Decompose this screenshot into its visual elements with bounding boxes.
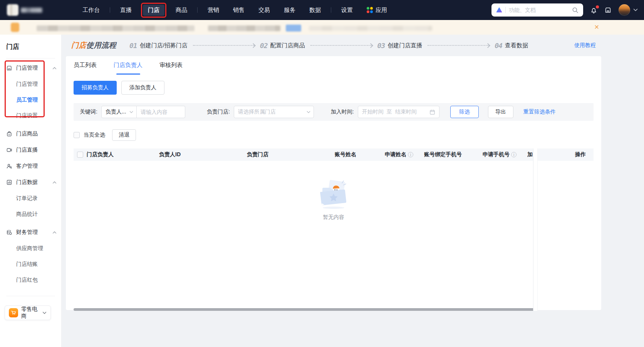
tab-employee-list[interactable]: 员工列表 <box>74 62 97 75</box>
column-header-owner-id: 负责人ID <box>159 151 247 158</box>
sidebar-item-store-management[interactable]: 门店管理 <box>0 76 61 92</box>
usage-flow-title: 门店使用流程 <box>71 40 116 50</box>
nav-divider <box>197 7 198 13</box>
select-all-page-checkbox[interactable] <box>74 132 80 138</box>
storefront-icon <box>604 7 612 14</box>
sidebar-item-customer-management[interactable]: 客户管理 <box>0 158 61 174</box>
sidebar-item-store-redpacket[interactable]: 门店红包 <box>0 272 61 288</box>
retail-ecommerce-icon <box>9 308 18 317</box>
filter-button[interactable]: 筛选 <box>450 106 479 118</box>
notifications-button[interactable] <box>590 7 597 14</box>
info-icon[interactable]: i <box>408 152 413 157</box>
calendar-icon <box>429 109 435 115</box>
sidebar-group-store-data[interactable]: 门店数据 <box>0 174 61 190</box>
flow-step-number: 03 <box>377 42 385 50</box>
sidebar-item-store-settings[interactable]: 门店设置 <box>0 108 61 123</box>
tab-store-owner[interactable]: 门店负责人 <box>114 62 143 75</box>
column-header-apply-phone: 申请手机号 i <box>483 151 527 158</box>
scrollbar-thumb[interactable] <box>74 308 536 311</box>
flow-step-number: 04 <box>495 42 502 50</box>
sidebar-item-product-stats[interactable]: 商品统计 <box>0 206 61 222</box>
global-search[interactable] <box>491 3 583 17</box>
header-select-checkbox[interactable] <box>77 152 83 158</box>
dotted-arrow <box>310 45 372 46</box>
customer-icon <box>6 163 12 169</box>
search-icon[interactable] <box>572 7 579 13</box>
column-header-owner: 门店负责人 <box>87 151 159 158</box>
nav-item-live[interactable]: 直播 <box>115 4 137 16</box>
sidebar-item-label: 客户管理 <box>16 163 57 170</box>
shop-button[interactable] <box>604 7 612 14</box>
start-date-placeholder: 开始时间 <box>362 108 384 115</box>
keyword-label: 关键词: <box>80 108 97 115</box>
flow-step-number: 02 <box>260 42 268 50</box>
nav-item-data[interactable]: 数据 <box>304 4 326 16</box>
workspace-switcher[interactable]: 零售电商 <box>5 305 51 320</box>
table-body: 暂无内容 <box>74 161 594 305</box>
main-layout: 门店 门店管理 门店管理 员工管理 门店设置 <box>0 35 644 347</box>
user-menu[interactable] <box>619 4 638 16</box>
sidebar-item-order-records[interactable]: 订单记录 <box>0 190 61 206</box>
add-owner-button[interactable]: 添加负责人 <box>121 81 164 95</box>
chevron-down-icon <box>307 111 310 113</box>
search-input[interactable] <box>509 7 569 13</box>
sidebar-group-label: 门店数据 <box>16 179 52 186</box>
sidebar-item-supplier-management[interactable]: 供应商管理 <box>0 240 61 256</box>
sidebar-item-employee-management[interactable]: 员工管理 <box>0 92 61 108</box>
empty-state-text: 暂无内容 <box>323 214 344 221</box>
column-header-apply-name: 申请姓名 i <box>385 151 424 158</box>
nav-item-settings[interactable]: 设置 <box>336 4 358 16</box>
nav-item-apps[interactable]: 应用 <box>361 4 392 16</box>
nav-item-trade[interactable]: 交易 <box>253 4 275 16</box>
banner-icon-blurred <box>11 23 19 32</box>
join-time-range-picker[interactable]: 开始时间 至 结束时间 <box>358 106 439 118</box>
banner-close-icon[interactable]: ✕ <box>594 23 599 31</box>
nav-item-workbench[interactable]: 工作台 <box>77 4 105 16</box>
notification-badge-dot <box>596 5 599 8</box>
store-select[interactable]: 请选择所属门店 <box>234 106 314 118</box>
chevron-up-icon <box>52 67 57 70</box>
info-icon[interactable]: i <box>511 152 517 157</box>
dismiss-button[interactable]: 清退 <box>112 129 136 141</box>
horizontal-scrollbar[interactable] <box>74 308 536 311</box>
range-separator: 至 <box>387 108 392 115</box>
keyword-input[interactable] <box>137 106 185 118</box>
nav-divider <box>110 7 110 13</box>
select-all-label: 当页全选 <box>84 132 105 138</box>
notice-banner: ✕ <box>0 20 644 35</box>
recruit-owner-button[interactable]: 招募负责人 <box>74 81 117 95</box>
app-screen: 工作台 直播 门店 商品 营销 销售 交易 服务 数据 设置 应用 <box>0 0 644 347</box>
usage-flow-header: 门店使用流程 01 创建门店/招募门店 02 配置门店商品 03 <box>66 35 601 56</box>
sidebar-item-store-live[interactable]: 门店直播 <box>0 142 61 158</box>
tab-review-list[interactable]: 审核列表 <box>159 62 183 75</box>
nav-item-store[interactable]: 门店 <box>143 5 164 16</box>
flow-step-label: 查看数据 <box>505 42 528 49</box>
nav-item-apps-label: 应用 <box>376 7 387 14</box>
nav-item-marketing[interactable]: 营销 <box>202 4 225 16</box>
nav-item-service[interactable]: 服务 <box>278 4 301 16</box>
app-logo-blurred[interactable] <box>6 3 43 17</box>
content-card: 员工列表 门店负责人 审核列表 招募负责人 添加负责人 关键词: 负责人... <box>66 56 601 310</box>
logo-mark <box>7 4 18 16</box>
usage-flow-steps: 01 创建门店/招募门店 02 配置门店商品 03 创建门店直播 <box>129 42 567 50</box>
dotted-arrow <box>193 45 255 46</box>
reset-filters-link[interactable]: 重置筛选条件 <box>523 108 556 115</box>
filter-bar: 关键词: 负责人... 负责门店: 请选择所属门店 <box>74 103 594 121</box>
sidebar-title: 门店 <box>0 35 61 51</box>
sidebar-group-store-management[interactable]: 门店管理 <box>0 60 61 76</box>
main-content: 门店使用流程 01 创建门店/招募门店 02 配置门店商品 03 <box>62 35 644 347</box>
tutorial-link[interactable]: 使用教程 <box>567 42 596 49</box>
chevron-up-icon <box>52 181 57 184</box>
export-button[interactable]: 导出 <box>488 106 513 118</box>
sidebar-item-store-products[interactable]: 门店商品 <box>0 126 61 142</box>
sidebar-group-finance[interactable]: 财务管理 <box>0 224 61 240</box>
keyword-type-select[interactable]: 负责人... <box>101 106 137 118</box>
chart-icon <box>6 179 12 185</box>
flow-step-label: 配置门店商品 <box>270 42 305 49</box>
keyword-type-value: 负责人... <box>106 108 126 115</box>
sidebar-item-store-settlement[interactable]: 门店结账 <box>0 256 61 272</box>
nav-item-products[interactable]: 商品 <box>170 4 193 16</box>
nav-item-sales[interactable]: 销售 <box>228 4 250 16</box>
fixed-column-divider <box>533 148 538 311</box>
usage-flow-title-rest: 使用流程 <box>86 41 116 49</box>
